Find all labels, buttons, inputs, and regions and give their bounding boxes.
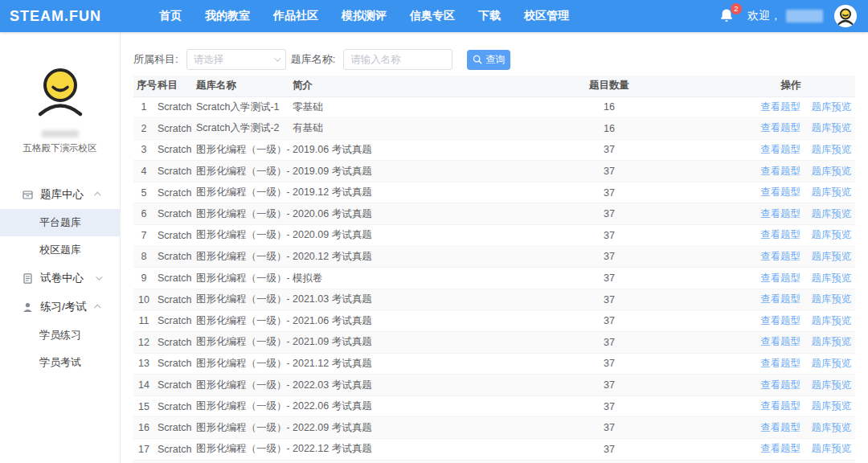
table-row: 1 Scratch Scratch入学测试-1 零基础 16 查看题型 题库预览 bbox=[133, 96, 855, 118]
bank-preview-link[interactable]: 题库预览 bbox=[811, 229, 851, 240]
cell-desc: 2019.06 考试真题 bbox=[289, 139, 469, 161]
menu-label: 题库中心 bbox=[40, 187, 84, 202]
nav-item-mock-assessment[interactable]: 模拟测评 bbox=[342, 9, 387, 23]
cell-subject: Scratch bbox=[154, 161, 193, 182]
view-question-types-link[interactable]: 查看题型 bbox=[760, 122, 800, 133]
sidebar-item-campus-bank[interactable]: 校区题库 bbox=[0, 236, 120, 264]
column-header-desc: 简介 bbox=[289, 76, 469, 96]
bank-name-filter-label: 题库名称: bbox=[291, 52, 336, 67]
view-question-types-link[interactable]: 查看题型 bbox=[760, 208, 800, 219]
cell-index: 5 bbox=[133, 182, 154, 203]
nav-item-works-community[interactable]: 作品社区 bbox=[273, 9, 318, 23]
menu-label: 校区题库 bbox=[39, 244, 81, 256]
bank-preview-link[interactable]: 题库预览 bbox=[811, 101, 851, 113]
welcome-text: 欢迎， bbox=[747, 9, 823, 23]
column-header-count: 题目数量 bbox=[469, 76, 749, 96]
nav-item-my-classroom[interactable]: 我的教室 bbox=[205, 9, 250, 23]
bank-preview-link[interactable]: 题库预览 bbox=[811, 358, 851, 369]
bank-preview-link[interactable]: 题库预览 bbox=[811, 379, 851, 391]
menu-label: 学员练习 bbox=[39, 329, 81, 341]
table-row: 10 Scratch 图形化编程（一级）-8卷 2021.03 考试真题 37 … bbox=[133, 289, 855, 310]
cell-index: 6 bbox=[133, 203, 154, 225]
cell-name: 图形化编程（一级）-14卷 bbox=[193, 417, 289, 439]
cell-index: 1 bbox=[133, 96, 154, 118]
cell-name: 图形化编程（一级）-6卷 bbox=[193, 246, 289, 268]
nav-item-download[interactable]: 下载 bbox=[478, 9, 501, 23]
view-question-types-link[interactable]: 查看题型 bbox=[760, 101, 800, 113]
bank-preview-link[interactable]: 题库预览 bbox=[811, 122, 851, 133]
notification-bell[interactable]: 2 bbox=[719, 7, 736, 25]
navbar-right: 2 欢迎， bbox=[719, 5, 857, 27]
cell-desc: 2022.06 考试真题 bbox=[289, 395, 469, 417]
bank-preview-link[interactable]: 题库预览 bbox=[811, 272, 851, 284]
chevron-down-icon bbox=[274, 55, 280, 61]
cell-desc: 2019.12 考试真题 bbox=[289, 182, 469, 203]
sidebar-item-exam-paper-center[interactable]: 试卷中心 bbox=[0, 264, 120, 293]
view-question-types-link[interactable]: 查看题型 bbox=[760, 293, 800, 305]
bank-preview-link[interactable]: 题库预览 bbox=[811, 336, 851, 347]
view-question-types-link[interactable]: 查看题型 bbox=[760, 186, 800, 198]
nav-item-home[interactable]: 首页 bbox=[159, 9, 182, 23]
bank-preview-link[interactable]: 题库预览 bbox=[811, 208, 851, 219]
bank-name-input[interactable] bbox=[343, 49, 452, 70]
table-row: 2 Scratch Scratch入学测试-2 有基础 16 查看题型 题库预览 bbox=[133, 118, 855, 140]
table-row: 11 Scratch 图形化编程（一级）-9卷 2021.06 考试真题 37 … bbox=[133, 310, 855, 332]
cell-name: 图形化编程（一级）-3卷 bbox=[193, 182, 289, 203]
bank-preview-link[interactable]: 题库预览 bbox=[811, 400, 851, 412]
bank-preview-link[interactable]: 题库预览 bbox=[811, 293, 851, 305]
subject-select[interactable]: 请选择 bbox=[186, 49, 286, 70]
sidebar-item-student-exam[interactable]: 学员考试 bbox=[0, 349, 120, 376]
view-question-types-link[interactable]: 查看题型 bbox=[760, 358, 800, 369]
sidebar-item-student-practice[interactable]: 学员练习 bbox=[0, 322, 120, 349]
brand-logo[interactable]: STEAM.FUN bbox=[10, 8, 101, 25]
cell-name: Scratch入学测试-2 bbox=[193, 118, 289, 140]
user-avatar[interactable] bbox=[834, 5, 857, 27]
view-question-types-link[interactable]: 查看题型 bbox=[760, 144, 800, 155]
top-navbar: STEAM.FUN 首页 我的教室 作品社区 模拟测评 信奥专区 下载 校区管理… bbox=[0, 0, 868, 32]
view-question-types-link[interactable]: 查看题型 bbox=[760, 336, 800, 347]
search-button[interactable]: 查询 bbox=[467, 50, 510, 70]
bank-preview-link[interactable]: 题库预览 bbox=[811, 144, 851, 155]
view-question-types-link[interactable]: 查看题型 bbox=[760, 422, 800, 433]
cell-index: 9 bbox=[133, 268, 154, 289]
bank-preview-link[interactable]: 题库预览 bbox=[811, 251, 851, 262]
cell-count: 37 bbox=[469, 203, 749, 225]
view-question-types-link[interactable]: 查看题型 bbox=[760, 400, 800, 412]
bank-preview-link[interactable]: 题库预览 bbox=[811, 315, 851, 326]
cell-name: 图形化编程（一级）-12卷 bbox=[193, 375, 289, 396]
cell-desc: 2022.12 考试真题 bbox=[289, 439, 469, 461]
cell-name: 图形化编程（一级）-10卷 bbox=[193, 332, 289, 354]
redacted-username bbox=[786, 10, 823, 23]
cell-desc: 2021.12 考试真题 bbox=[289, 353, 469, 375]
cell-count: 37 bbox=[469, 395, 749, 417]
nav-item-olympiad-zone[interactable]: 信奥专区 bbox=[410, 9, 455, 23]
view-question-types-link[interactable]: 查看题型 bbox=[760, 379, 800, 391]
nav-item-campus-admin[interactable]: 校区管理 bbox=[524, 9, 569, 23]
view-question-types-link[interactable]: 查看题型 bbox=[760, 166, 800, 177]
sidebar-menu: 题库中心 平台题库 校区题库 试卷中心 练习/考试 bbox=[0, 180, 120, 376]
view-question-types-link[interactable]: 查看题型 bbox=[760, 443, 800, 454]
table-row: 7 Scratch 图形化编程（一级）-5卷 2020.09 考试真题 37 查… bbox=[133, 225, 855, 247]
cell-desc: 2021.06 考试真题 bbox=[289, 310, 469, 332]
cell-subject: Scratch bbox=[154, 375, 193, 396]
sidebar-item-question-bank-center[interactable]: 题库中心 bbox=[0, 180, 120, 209]
cell-count: 37 bbox=[469, 439, 749, 461]
bank-preview-link[interactable]: 题库预览 bbox=[811, 166, 851, 177]
cell-desc: 2022.09 考试真题 bbox=[289, 417, 469, 439]
table-row-partial bbox=[133, 461, 855, 463]
cell-subject: Scratch bbox=[154, 225, 193, 247]
sidebar-item-platform-bank[interactable]: 平台题库 bbox=[0, 209, 120, 236]
cell-name: Scratch入学测试-1 bbox=[193, 96, 289, 118]
subject-select-placeholder: 请选择 bbox=[194, 53, 224, 67]
notification-badge: 2 bbox=[731, 3, 742, 14]
sidebar-item-practice-exam[interactable]: 练习/考试 bbox=[0, 293, 120, 322]
view-question-types-link[interactable]: 查看题型 bbox=[760, 251, 800, 262]
bank-preview-link[interactable]: 题库预览 bbox=[811, 422, 851, 433]
person-icon bbox=[22, 301, 34, 313]
view-question-types-link[interactable]: 查看题型 bbox=[760, 229, 800, 240]
cell-index: 16 bbox=[133, 417, 154, 439]
bank-preview-link[interactable]: 题库预览 bbox=[811, 443, 851, 454]
view-question-types-link[interactable]: 查看题型 bbox=[760, 315, 800, 326]
view-question-types-link[interactable]: 查看题型 bbox=[760, 272, 800, 284]
bank-preview-link[interactable]: 题库预览 bbox=[811, 186, 851, 198]
